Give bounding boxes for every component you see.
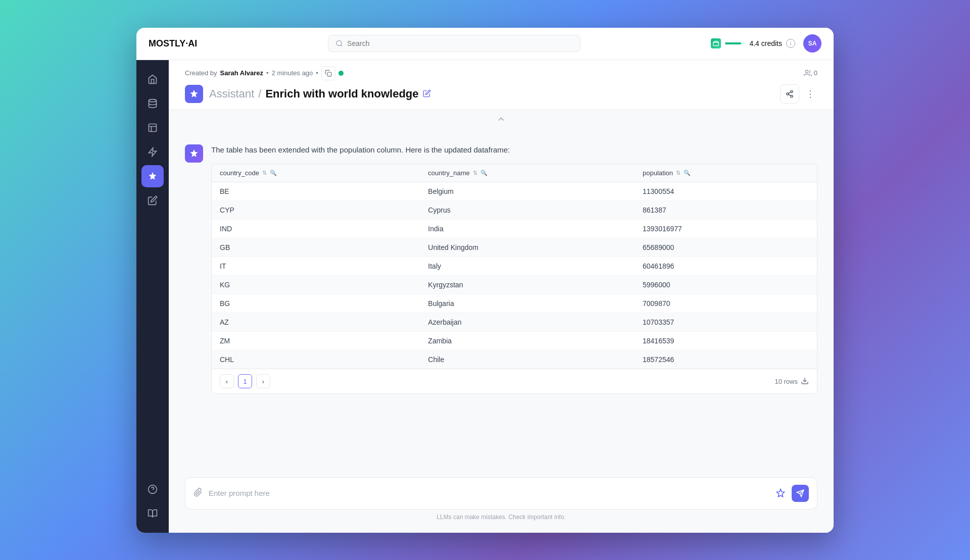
search-input[interactable] xyxy=(347,39,573,47)
svg-point-0 xyxy=(336,40,342,45)
cell-country_name-4: Italy xyxy=(420,257,635,276)
cell-population-8: 18416539 xyxy=(635,332,817,350)
credits-bar-fill xyxy=(725,42,741,44)
sort-icon-country-name[interactable]: ⇅ xyxy=(473,170,477,176)
svg-rect-1 xyxy=(713,42,718,46)
message-text: The table has been extended with the pop… xyxy=(211,144,817,156)
chat-area: The table has been extended with the pop… xyxy=(169,128,834,469)
svg-rect-7 xyxy=(327,72,331,76)
app-window: MOSTLY·AI 4.4 credits i SA xyxy=(136,28,834,533)
avatar[interactable]: SA xyxy=(803,34,821,53)
sidebar-item-lightning[interactable] xyxy=(141,141,164,163)
svg-line-12 xyxy=(789,94,791,96)
cell-country_code-6: BG xyxy=(212,294,420,313)
table-row: BGBulgaria7009870 xyxy=(212,294,817,313)
sidebar-item-data[interactable] xyxy=(141,92,164,115)
sidebar-item-help[interactable] xyxy=(141,478,164,500)
created-by-label: Created by xyxy=(185,69,217,77)
prev-page-button[interactable]: ‹ xyxy=(220,374,234,388)
search-icon-population[interactable]: 🔍 xyxy=(684,170,691,176)
sidebar-item-docs[interactable] xyxy=(141,502,164,525)
user-count: 0 xyxy=(804,69,817,77)
cell-population-0: 11300554 xyxy=(635,182,817,201)
sidebar-item-assistant[interactable] xyxy=(141,165,164,187)
cell-country_code-8: ZM xyxy=(212,332,420,350)
cell-country_name-3: United Kingdom xyxy=(420,238,635,257)
breadcrumb-area: Created by Sarah Alvarez • 2 minutes ago… xyxy=(185,66,817,80)
send-button[interactable] xyxy=(792,485,809,502)
message-block: The table has been extended with the pop… xyxy=(185,144,817,394)
cell-country_code-2: IND xyxy=(212,220,420,238)
logo-text: MOSTLY·AI xyxy=(149,38,197,49)
more-options-button[interactable]: ⋮ xyxy=(803,87,817,101)
cell-country_name-9: Chile xyxy=(420,350,635,369)
assistant-icon xyxy=(185,85,203,103)
svg-point-2 xyxy=(149,99,157,101)
table-row: INDIndia1393016977 xyxy=(212,220,817,238)
download-button[interactable] xyxy=(801,377,809,386)
cell-country_code-7: AZ xyxy=(212,313,420,332)
table-footer: ‹ 1 › 10 rows xyxy=(212,369,817,393)
search-icon xyxy=(335,39,343,47)
cell-country_code-3: GB xyxy=(212,238,420,257)
search-icon-country-code[interactable]: 🔍 xyxy=(270,170,277,176)
table-row: AZAzerbaijan10703357 xyxy=(212,313,817,332)
page-title-area: Assistant / Enrich with world knowledge xyxy=(185,85,431,103)
info-icon[interactable]: i xyxy=(786,39,795,48)
cell-population-1: 861387 xyxy=(635,201,817,220)
table-row: ITItaly60461896 xyxy=(212,257,817,276)
time-separator: • xyxy=(266,69,269,77)
disclaimer: LLMs can make mistakes. Check important … xyxy=(185,510,817,529)
page-1-button[interactable]: 1 xyxy=(238,374,252,388)
cell-country_name-1: Cyprus xyxy=(420,201,635,220)
col-population: population ⇅ 🔍 xyxy=(635,164,817,182)
svg-point-11 xyxy=(791,95,793,97)
magic-button[interactable] xyxy=(775,488,786,498)
title-actions: ⋮ xyxy=(780,84,817,104)
table-header-row: country_code ⇅ 🔍 country_name xyxy=(212,164,817,182)
collapse-handle[interactable] xyxy=(169,110,834,128)
time-ago: 2 minutes ago xyxy=(272,69,313,77)
credits-bar xyxy=(725,42,745,44)
sort-icon-country-code[interactable]: ⇅ xyxy=(262,170,267,176)
table-body: BEBelgium11300554CYPCyprus861387INDIndia… xyxy=(212,182,817,369)
cell-country_name-0: Belgium xyxy=(420,182,635,201)
cell-population-5: 5996000 xyxy=(635,276,817,294)
sidebar-item-home[interactable] xyxy=(141,68,164,90)
col-country-name: country_name ⇅ 🔍 xyxy=(420,164,635,182)
breadcrumb: Assistant / Enrich with world knowledge xyxy=(209,87,431,100)
data-table-wrapper: country_code ⇅ 🔍 country_name xyxy=(211,164,817,394)
svg-point-8 xyxy=(805,70,808,73)
next-page-button[interactable]: › xyxy=(256,374,270,388)
col-country-code: country_code ⇅ 🔍 xyxy=(212,164,420,182)
search-icon-country-name[interactable]: 🔍 xyxy=(480,170,488,176)
cell-country_name-2: India xyxy=(420,220,635,238)
cell-country_name-8: Zambia xyxy=(420,332,635,350)
cell-country_name-5: Kyrgyzstan xyxy=(420,276,635,294)
input-area: LLMs can make mistakes. Check important … xyxy=(169,469,834,533)
svg-marker-4 xyxy=(149,147,157,156)
table-row: GBUnited Kingdom65689000 xyxy=(212,238,817,257)
sidebar-item-tables[interactable] xyxy=(141,117,164,139)
sidebar-item-edit[interactable] xyxy=(141,189,164,212)
breadcrumb-parent: Assistant xyxy=(209,87,254,100)
table-row: BEBelgium11300554 xyxy=(212,182,817,201)
credits-badge: 4.4 credits i xyxy=(711,38,795,48)
cell-population-3: 65689000 xyxy=(635,238,817,257)
attach-button[interactable] xyxy=(193,488,203,499)
status-dot xyxy=(338,71,344,76)
author-name: Sarah Alvarez xyxy=(220,69,264,77)
message-content: The table has been extended with the pop… xyxy=(211,144,817,394)
share-button[interactable] xyxy=(780,84,799,104)
dot-separator: • xyxy=(316,69,318,77)
user-count-value: 0 xyxy=(814,69,817,77)
table-row: ZMZambia18416539 xyxy=(212,332,817,350)
copy-button[interactable] xyxy=(321,66,335,80)
table-row: KGKyrgyzstan5996000 xyxy=(212,276,817,294)
sort-icon-population[interactable]: ⇅ xyxy=(676,170,681,176)
svg-point-9 xyxy=(791,90,793,92)
edit-title-icon[interactable] xyxy=(423,87,431,100)
app-body: Created by Sarah Alvarez • 2 minutes ago… xyxy=(136,60,834,533)
prompt-input[interactable] xyxy=(209,489,769,497)
rows-count: 10 rows xyxy=(774,377,809,386)
